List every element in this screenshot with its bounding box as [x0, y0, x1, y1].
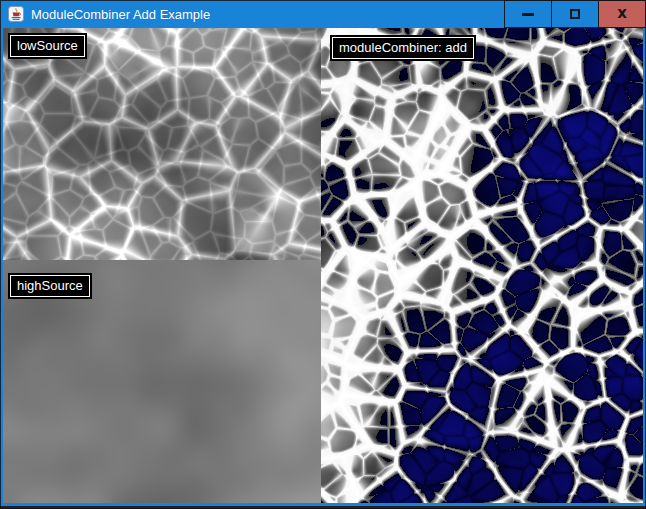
app-window: ModuleCombiner Add Example x lowSource h…	[0, 0, 646, 509]
modulecombiner-noise-canvas	[321, 28, 643, 503]
window-controls: x	[504, 0, 646, 28]
minimize-button[interactable]	[504, 0, 552, 28]
maximize-button[interactable]	[551, 0, 599, 28]
highsource-label: highSource	[8, 273, 92, 299]
titlebar[interactable]: ModuleCombiner Add Example x	[0, 0, 646, 28]
close-button[interactable]: x	[598, 0, 646, 28]
close-x-icon: x	[617, 6, 627, 21]
lowsource-noise-canvas	[3, 28, 321, 260]
modulecombiner-label-text: moduleCombiner: add	[332, 37, 474, 59]
noise-view-content: lowSource highSource moduleCombiner: add	[3, 28, 643, 503]
minimize-icon	[522, 13, 534, 16]
lowsource-label-text: lowSource	[10, 35, 85, 57]
window-title: ModuleCombiner Add Example	[31, 7, 210, 22]
maximize-icon	[570, 9, 580, 19]
highsource-label-text: highSource	[10, 275, 90, 297]
lowsource-label: lowSource	[8, 33, 87, 59]
modulecombiner-label: moduleCombiner: add	[330, 35, 476, 61]
java-icon[interactable]	[8, 6, 24, 22]
